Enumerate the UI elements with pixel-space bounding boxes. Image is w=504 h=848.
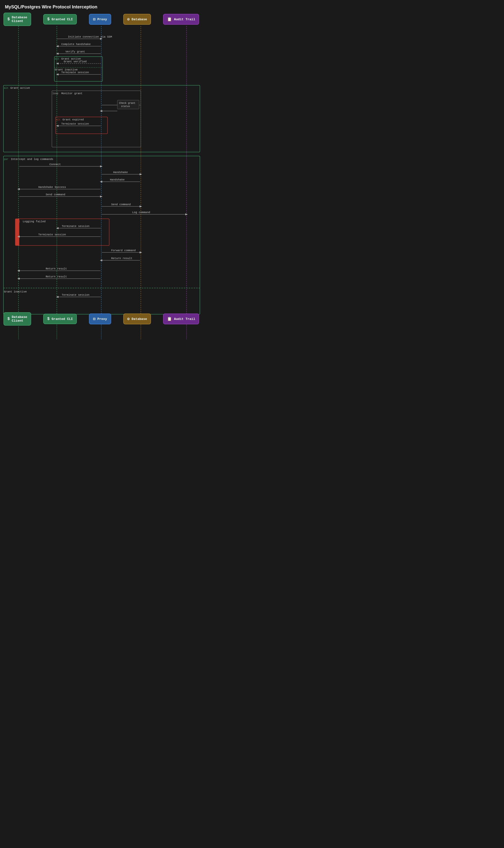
svg-marker-56 bbox=[17, 188, 20, 190]
svg-text:Log command: Log command bbox=[132, 211, 150, 214]
svg-marker-75 bbox=[17, 236, 20, 238]
svg-text:Check grant: Check grant bbox=[119, 102, 136, 105]
actor-granted-cli-bottom: $ Granted CLI bbox=[43, 314, 77, 324]
svg-text:Terminate session: Terminate session bbox=[62, 293, 89, 296]
actor-proxy-bottom: ⊟ Proxy bbox=[89, 313, 111, 324]
svg-text:par: par bbox=[4, 158, 8, 161]
terminal-icon-2: $ bbox=[47, 17, 50, 21]
svg-rect-37 bbox=[56, 117, 107, 134]
svg-text:Initiate connection via SSM: Initiate connection via SSM bbox=[68, 35, 112, 38]
svg-marker-81 bbox=[100, 259, 102, 261]
svg-text:Grant inactive: Grant inactive bbox=[55, 68, 77, 71]
actor-audit-top: 📋 Audit Trail bbox=[163, 14, 199, 25]
svg-rect-68 bbox=[15, 219, 19, 245]
svg-marker-12 bbox=[56, 53, 58, 55]
svg-text:Return result: Return result bbox=[46, 267, 67, 270]
terminal-icon-1: $ bbox=[7, 17, 10, 21]
svg-rect-43 bbox=[3, 156, 200, 314]
svg-rect-14 bbox=[54, 57, 103, 81]
svg-marker-53 bbox=[100, 181, 102, 183]
sequence-diagram: Initiate connection via SSM Complete han… bbox=[0, 26, 203, 310]
svg-text:Grant inactive: Grant inactive bbox=[4, 290, 27, 293]
svg-text:status: status bbox=[121, 105, 130, 108]
svg-text:Grant verified: Grant verified bbox=[64, 60, 87, 63]
page-title: MySQL/Postgres Wire Protocol Interceptio… bbox=[0, 0, 203, 13]
terminal-icon-3: $ bbox=[7, 317, 10, 321]
actor-database-bottom: ⊙ Database bbox=[123, 313, 151, 324]
svg-text:alt: alt bbox=[16, 220, 20, 223]
svg-marker-23 bbox=[56, 73, 58, 75]
svg-marker-50 bbox=[140, 173, 142, 175]
svg-text:Handshake Success: Handshake Success bbox=[38, 186, 66, 189]
svg-text:Verify grant: Verify grant bbox=[66, 50, 85, 53]
actor-database-top: ⊙ Database bbox=[123, 14, 151, 25]
svg-text:Terminate session: Terminate session bbox=[61, 122, 89, 125]
svg-text:Send command: Send command bbox=[46, 193, 65, 196]
svg-marker-87 bbox=[17, 278, 20, 280]
svg-marker-78 bbox=[140, 252, 142, 254]
svg-rect-32 bbox=[118, 100, 139, 109]
actor-granted-cli-top: $ Granted CLI bbox=[43, 14, 77, 24]
svg-rect-28 bbox=[52, 91, 141, 147]
svg-marker-6 bbox=[100, 38, 103, 40]
svg-rect-25 bbox=[3, 85, 200, 152]
svg-text:Handshake: Handshake bbox=[113, 171, 128, 174]
svg-text:Handshake: Handshake bbox=[110, 178, 125, 181]
svg-marker-9 bbox=[56, 45, 58, 47]
audit-icon-top: 📋 bbox=[167, 17, 172, 22]
svg-marker-62 bbox=[140, 205, 142, 207]
svg-marker-59 bbox=[100, 195, 103, 197]
actors-bottom: $ DatabaseClient $ Granted CLI ⊟ Proxy ⊙… bbox=[0, 312, 203, 330]
svg-text:Terminate session: Terminate session bbox=[62, 225, 89, 228]
terminal-icon-4: $ bbox=[47, 317, 50, 321]
svg-marker-36 bbox=[100, 110, 102, 112]
svg-text:Send command: Send command bbox=[111, 203, 131, 206]
svg-text:Return result: Return result bbox=[46, 275, 67, 278]
svg-marker-41 bbox=[56, 125, 58, 127]
svg-marker-18 bbox=[56, 63, 58, 65]
actor-db-client: $ DatabaseClient bbox=[3, 13, 31, 26]
svg-marker-72 bbox=[56, 227, 58, 229]
db-icon-bottom: ⊙ bbox=[127, 316, 130, 322]
actor-audit-bottom: 📋 Audit Trail bbox=[163, 313, 199, 324]
proxy-icon-top: ⊟ bbox=[93, 17, 95, 22]
svg-text:alt: alt bbox=[56, 118, 60, 121]
svg-text:Complete handshake: Complete handshake bbox=[61, 43, 91, 46]
svg-text:Grant active: Grant active bbox=[61, 57, 81, 60]
actors-top: $ DatabaseClient $ Granted CLI ⊟ Proxy ⊙… bbox=[0, 13, 203, 26]
actor-db-client-bottom: $ DatabaseClient bbox=[3, 312, 31, 326]
svg-text:Connect: Connect bbox=[49, 163, 61, 166]
svg-marker-84 bbox=[17, 270, 20, 272]
db-icon-top: ⊙ bbox=[127, 17, 130, 22]
svg-text:Grant active: Grant active bbox=[11, 87, 30, 89]
svg-text:Intercept and log commands: Intercept and log commands bbox=[11, 158, 53, 161]
actor-proxy-top: ⊟ Proxy bbox=[89, 14, 111, 25]
svg-text:Grant expired: Grant expired bbox=[62, 118, 84, 121]
svg-text:Monitor grant: Monitor grant bbox=[61, 92, 83, 95]
svg-text:alt: alt bbox=[55, 57, 59, 60]
svg-text:Return result: Return result bbox=[111, 257, 132, 260]
audit-icon-bottom: 📋 bbox=[167, 316, 172, 322]
svg-text:Terminate session: Terminate session bbox=[38, 233, 66, 236]
svg-rect-67 bbox=[15, 219, 109, 245]
svg-marker-47 bbox=[100, 166, 103, 167]
svg-text:Terminate session: Terminate session bbox=[61, 71, 89, 74]
svg-marker-92 bbox=[56, 296, 58, 298]
svg-marker-65 bbox=[185, 213, 188, 215]
svg-text:Forward command: Forward command bbox=[111, 249, 136, 252]
svg-text:alt: alt bbox=[4, 87, 8, 89]
proxy-icon-bottom: ⊟ bbox=[93, 316, 95, 322]
svg-text:loop: loop bbox=[52, 92, 58, 95]
svg-text:Logging failed: Logging failed bbox=[23, 220, 46, 223]
